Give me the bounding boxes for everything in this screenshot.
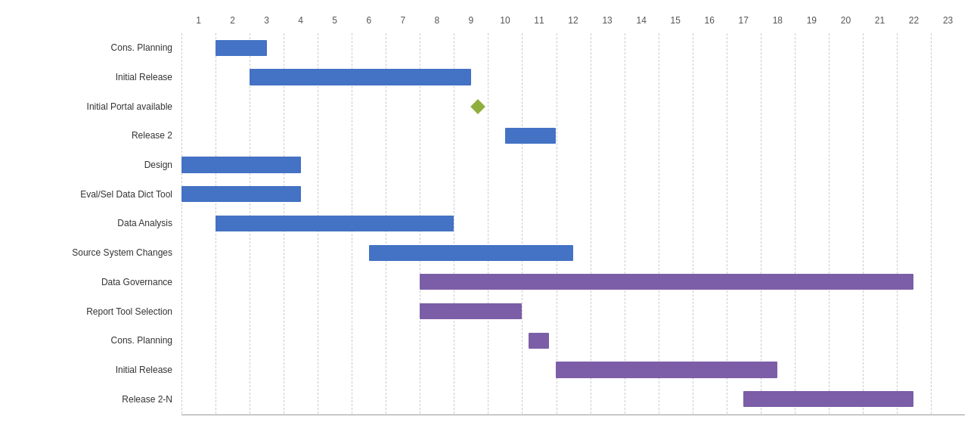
gantt-bar-10: [529, 333, 549, 349]
x-tick-23: 23: [931, 15, 965, 33]
row-label-10: Cons. Planning: [8, 335, 181, 346]
x-tick-6: 6: [352, 15, 386, 33]
gantt-bar-3: [505, 128, 557, 144]
x-tick-9: 9: [454, 15, 488, 33]
bar-area-8: [181, 268, 965, 297]
gantt-bar-6: [216, 216, 454, 231]
bar-area-9: [181, 297, 965, 326]
x-tick-11: 11: [522, 15, 556, 33]
row-label-9: Report Tool Selection: [8, 306, 181, 317]
x-tick-13: 13: [591, 15, 625, 33]
x-tick-22: 22: [897, 15, 931, 33]
gantt-bar-1: [250, 69, 471, 85]
gantt-row-11: Initial Release: [8, 356, 965, 385]
axis-line: [181, 415, 965, 415]
gantt-row-4: Design: [8, 151, 965, 180]
row-label-5: Eval/Sel Data Dict Tool: [8, 189, 181, 200]
chart-inner: 1234567891011121314151617181920212223 Co…: [8, 15, 972, 421]
gantt-bar-12: [743, 391, 913, 407]
gantt-bar-8: [420, 274, 913, 290]
x-tick-15: 15: [659, 15, 693, 33]
x-tick-20: 20: [829, 15, 863, 33]
gantt-row-1: Initial Release: [8, 63, 965, 92]
gantt-bar-4: [181, 157, 301, 172]
x-tick-16: 16: [693, 15, 727, 33]
x-tick-1: 1: [181, 15, 216, 33]
row-label-7: Source System Changes: [8, 247, 181, 258]
x-tick-17: 17: [727, 15, 761, 33]
row-label-0: Cons. Planning: [8, 42, 181, 53]
x-tick-12: 12: [557, 15, 591, 33]
bar-area-3: [181, 121, 965, 151]
bar-area-6: [181, 209, 965, 238]
x-tick-4: 4: [284, 15, 318, 33]
bar-area-10: [181, 326, 965, 356]
bar-area-7: [181, 238, 965, 268]
x-tick-18: 18: [761, 15, 795, 33]
row-label-11: Initial Release: [8, 365, 181, 375]
x-tick-2: 2: [216, 15, 250, 33]
x-tick-8: 8: [420, 15, 454, 33]
x-tick-5: 5: [318, 15, 352, 33]
row-label-3: Release 2: [8, 130, 181, 141]
row-label-6: Data Analysis: [8, 218, 181, 228]
gantt-bar-11: [556, 362, 777, 377]
gantt-bar-0: [216, 40, 267, 56]
x-tick-14: 14: [625, 15, 659, 33]
gantt-row-2: Initial Portal available: [8, 92, 965, 121]
gantt-row-3: Release 2: [8, 121, 965, 151]
x-tick-19: 19: [795, 15, 829, 33]
gantt-bar-9: [420, 303, 522, 319]
gantt-row-10: Cons. Planning: [8, 326, 965, 356]
gantt-row-7: Source System Changes: [8, 238, 965, 268]
gantt-row-5: Eval/Sel Data Dict Tool: [8, 179, 965, 209]
gantt-row-0: Cons. Planning: [8, 33, 965, 63]
bar-area-1: [181, 63, 965, 92]
gantt-row-12: Release 2-N: [8, 384, 965, 414]
bar-area-4: [181, 151, 965, 180]
row-label-1: Initial Release: [8, 72, 181, 82]
bar-area-5: [181, 179, 965, 209]
gantt-bar-7: [369, 245, 573, 261]
gantt-row-6: Data Analysis: [8, 209, 965, 238]
row-label-4: Design: [8, 160, 181, 170]
row-label-12: Release 2-N: [8, 394, 181, 405]
x-tick-10: 10: [488, 15, 522, 33]
x-tick-3: 3: [250, 15, 284, 33]
rows-area: Cons. PlanningInitial ReleaseInitial Por…: [8, 33, 965, 414]
row-label-2: Initial Portal available: [8, 101, 181, 112]
row-label-8: Data Governance: [8, 277, 181, 287]
bar-area-12: [181, 384, 965, 414]
x-tick-7: 7: [386, 15, 420, 33]
bar-area-0: [181, 33, 965, 63]
chart-container: 1234567891011121314151617181920212223 Co…: [0, 0, 980, 444]
x-tick-21: 21: [863, 15, 897, 33]
bar-area-2: [181, 92, 965, 121]
milestone-diamond-2: [470, 99, 485, 114]
gantt-row-8: Data Governance: [8, 268, 965, 297]
x-axis: 1234567891011121314151617181920212223: [181, 15, 965, 33]
gantt-row-9: Report Tool Selection: [8, 297, 965, 326]
bar-area-11: [181, 356, 965, 385]
gantt-bar-5: [181, 186, 301, 202]
